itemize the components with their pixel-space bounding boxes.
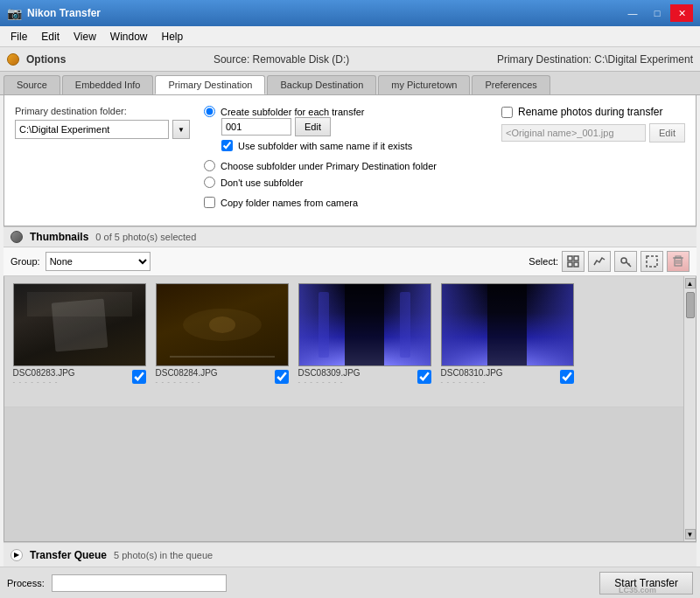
thumbnails-toolbar: Group: None Select: (4, 247, 696, 276)
rename-input[interactable] (501, 124, 646, 142)
delete-btn[interactable] (667, 251, 690, 272)
main-content: Primary destination folder: ▼ Create sub… (4, 95, 696, 226)
scroll-thumb[interactable] (686, 292, 695, 318)
tab-my-picturetown[interactable]: my Picturetown (378, 75, 470, 94)
watermark: LC35.com (619, 586, 656, 595)
process-bar: Process: Start Transfer LC35.com (0, 567, 700, 598)
copy-folder-names-label: Copy folder names from camera (220, 198, 358, 208)
rename-edit-btn[interactable]: Edit (649, 123, 685, 143)
thumb-name: DSC08310.JPG (441, 368, 503, 378)
select-label: Select: (528, 256, 558, 267)
options-bar: Options Source: Removable Disk (D:) Prim… (0, 47, 700, 72)
menu-view[interactable]: View (66, 27, 103, 46)
options-label: Options (26, 53, 66, 66)
source-info: Source: Removable Disk (D:) (214, 53, 349, 66)
tab-bar: Source Embedded Info Primary Destination… (0, 72, 700, 95)
svg-rect-13 (676, 256, 681, 258)
use-same-name-checkbox[interactable] (221, 140, 233, 151)
thumbnail-item[interactable]: DSC08309.JPG - - - - - - - - (297, 283, 432, 400)
thumbnails-grid: DSC08283.JPG - - - - - - - - DSC08284.JP… (4, 276, 683, 407)
thumb-name: DSC08283.JPG (13, 368, 75, 378)
dest-info: Primary Destination: C:\Digital Experime… (497, 53, 693, 66)
thumb-checkbox[interactable] (132, 370, 146, 384)
group-select[interactable]: None (46, 252, 150, 271)
minimize-button[interactable]: — (621, 4, 644, 22)
thumbnails-icon (10, 231, 23, 243)
menu-file[interactable]: File (4, 27, 34, 46)
tab-backup-destination[interactable]: Backup Destination (267, 75, 376, 94)
scroll-up-arrow[interactable]: ▲ (685, 278, 696, 289)
svg-line-6 (628, 264, 630, 266)
tab-preferences[interactable]: Preferences (472, 75, 550, 94)
create-subfolder-radio[interactable] (204, 106, 215, 117)
thumbnails-header: Thumbnails 0 of 5 photo(s) selected (4, 226, 696, 247)
rename-label: Rename photos during transfer (518, 106, 662, 118)
choose-subfolder-radio[interactable] (204, 160, 215, 171)
thumbnails-count: 0 of 5 photo(s) selected (95, 232, 196, 242)
svg-rect-7 (647, 256, 657, 267)
process-input[interactable] (52, 574, 227, 592)
menu-help[interactable]: Help (155, 27, 191, 46)
scroll-down-arrow[interactable]: ▼ (685, 529, 696, 539)
transfer-queue-bar: ▶ Transfer Queue 5 photo(s) in the queue (4, 542, 696, 567)
thumb-checkbox[interactable] (275, 370, 289, 384)
thumb-checkbox[interactable] (560, 370, 574, 384)
copy-folder-names-checkbox[interactable] (204, 197, 215, 208)
svg-rect-2 (568, 262, 572, 267)
svg-rect-0 (568, 256, 572, 261)
folder-dropdown-btn[interactable]: ▼ (172, 120, 190, 139)
thumbnail-item[interactable]: DSC08310.JPG - - - - - - - - (439, 283, 575, 400)
subfolder-name-input[interactable] (221, 118, 291, 136)
thumb-checkbox[interactable] (417, 370, 431, 384)
menu-edit[interactable]: Edit (34, 27, 66, 46)
options-icon (7, 53, 19, 66)
thumb-name: DSC08309.JPG (298, 368, 360, 378)
use-same-name-label: Use subfolder with same name if it exist… (238, 141, 412, 151)
queue-play-btn[interactable]: ▶ (10, 549, 23, 561)
folder-select-input[interactable] (15, 120, 169, 139)
tab-embedded-info[interactable]: Embedded Info (62, 75, 154, 94)
dont-use-label: Don't use subfolder (220, 177, 303, 188)
app-icon: 📷 (7, 6, 22, 20)
choose-subfolder-label: Choose subfolder under Primary Destinati… (220, 161, 437, 171)
queue-count: 5 photo(s) in the queue (114, 550, 213, 560)
dont-use-subfolder-radio[interactable] (204, 177, 215, 188)
folder-label: Primary destination folder: (15, 106, 190, 116)
close-button[interactable]: ✕ (670, 4, 693, 22)
thumbnail-item[interactable]: DSC08284.JPG - - - - - - - - (154, 283, 290, 400)
window-title: Nikon Transfer (27, 7, 101, 19)
thumbnails-title: Thumbnails (30, 231, 88, 243)
queue-title: Transfer Queue (30, 549, 107, 561)
subfolder-edit-btn[interactable]: Edit (295, 117, 331, 136)
menu-bar: File Edit View Window Help (0, 26, 700, 47)
thumbnails-scrollbar[interactable]: ▲ ▼ (683, 276, 696, 541)
selection-btn[interactable] (640, 251, 663, 272)
chart-view-btn[interactable] (588, 251, 611, 272)
svg-rect-3 (574, 262, 578, 267)
menu-window[interactable]: Window (103, 27, 155, 46)
maximize-button[interactable]: □ (646, 4, 668, 22)
thumb-name: DSC08284.JPG (156, 368, 218, 378)
key-btn[interactable] (614, 251, 637, 272)
svg-rect-1 (574, 256, 578, 261)
process-label: Process: (7, 578, 45, 588)
thumbnail-item[interactable]: DSC08283.JPG - - - - - - - - (11, 283, 147, 400)
rename-checkbox[interactable] (501, 107, 513, 118)
group-label: Group: (10, 256, 40, 267)
tab-source[interactable]: Source (4, 75, 60, 94)
grid-view-btn[interactable] (562, 251, 584, 272)
title-bar: 📷 Nikon Transfer — □ ✕ (0, 0, 700, 26)
create-subfolder-label: Create subfolder for each transfer (220, 107, 364, 117)
tab-primary-destination[interactable]: Primary Destination (155, 75, 265, 94)
